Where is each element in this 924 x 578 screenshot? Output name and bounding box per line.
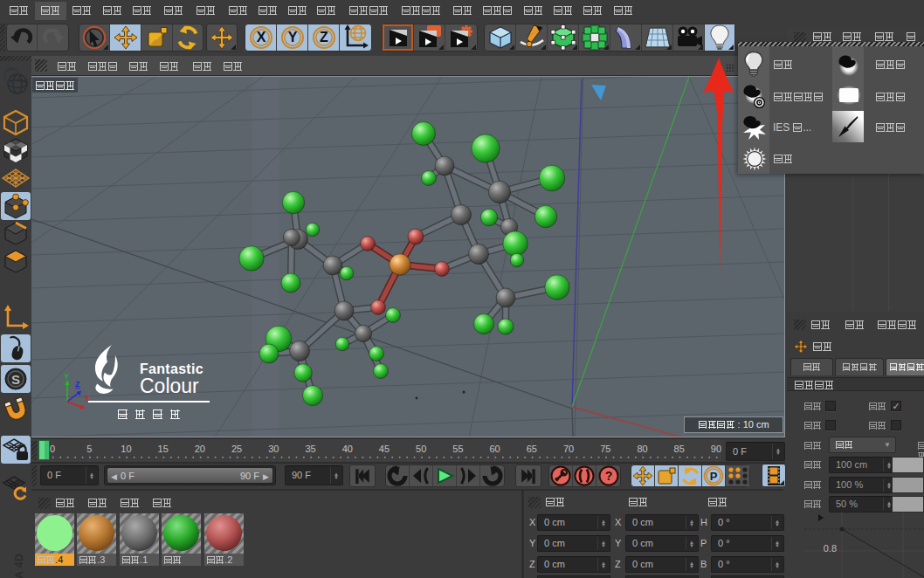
svg-text:0.8: 0.8: [824, 543, 837, 554]
svg-text:S: S: [11, 372, 20, 387]
svg-text:X: X: [256, 30, 265, 45]
svg-text:80: 80: [637, 444, 647, 454]
svg-text:90: 90: [711, 444, 721, 454]
svg-text:Z: Z: [320, 30, 328, 45]
svg-text:30: 30: [268, 444, 279, 454]
svg-text:50: 50: [416, 444, 426, 454]
svg-text:45: 45: [379, 444, 390, 454]
svg-text:75: 75: [600, 444, 610, 454]
svg-text:60: 60: [490, 444, 500, 454]
svg-text:0: 0: [50, 444, 55, 454]
svg-text:40: 40: [342, 444, 353, 454]
svg-text:Z: Z: [75, 380, 80, 389]
svg-text:10: 10: [121, 444, 131, 454]
svg-text:20: 20: [195, 444, 205, 454]
svg-text:65: 65: [527, 444, 537, 454]
svg-text:35: 35: [305, 444, 315, 454]
svg-text:15: 15: [158, 444, 169, 454]
svg-text:X: X: [85, 394, 90, 403]
svg-text:Y: Y: [64, 372, 69, 381]
svg-text:85: 85: [674, 444, 685, 454]
svg-text:55: 55: [452, 444, 463, 454]
svg-text:5: 5: [86, 444, 92, 454]
svg-text:P: P: [710, 470, 718, 483]
svg-text:70: 70: [563, 444, 574, 454]
svg-text:Y: Y: [287, 30, 297, 45]
svg-text:25: 25: [231, 444, 242, 454]
svg-text:?: ?: [604, 469, 612, 483]
